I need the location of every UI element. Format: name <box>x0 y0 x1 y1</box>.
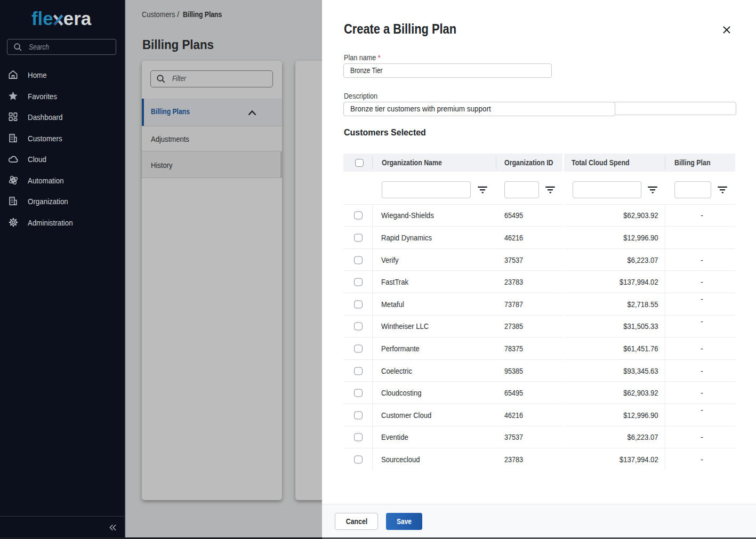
svg-text:fle: fle <box>31 7 53 29</box>
svg-text:era: era <box>63 7 91 29</box>
